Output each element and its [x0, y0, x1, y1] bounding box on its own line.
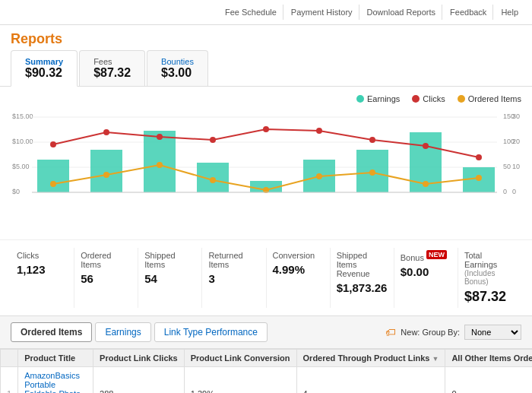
svg-point-30 — [316, 128, 322, 134]
svg-rect-18 — [144, 131, 176, 192]
stat-shipped-value: 54 — [144, 272, 195, 285]
nav-payment-history[interactable]: Payment History — [285, 5, 359, 20]
svg-point-27 — [157, 134, 163, 140]
stat-ordered-label: Ordered Items — [81, 251, 131, 269]
col-link-clicks: Product Link Clicks — [93, 350, 185, 367]
stat-ordered-value: 56 — [81, 272, 131, 285]
stat-returned-items: Returned Items 3 — [202, 248, 266, 308]
svg-text:0: 0 — [503, 188, 507, 195]
col-product-title: Product Title — [18, 350, 93, 367]
svg-text:10: 10 — [512, 163, 520, 170]
svg-point-28 — [210, 137, 216, 143]
nav-help[interactable]: Help — [495, 5, 524, 20]
chart-area: Earnings Clicks Ordered Items $15.00 $10… — [0, 87, 532, 240]
tab-fees-value: $87.32 — [93, 66, 131, 80]
tab-bounties-label: Bounties — [161, 57, 194, 66]
row-clicks: 288 — [93, 367, 185, 394]
svg-text:0: 0 — [512, 188, 516, 195]
chart-legend: Earnings Clicks Ordered Items — [11, 94, 521, 103]
content-tabs-bar: Ordered Items Earnings Link Type Perform… — [0, 316, 532, 349]
col-num — [1, 350, 18, 367]
stat-conversion-value: 4.99% — [273, 263, 324, 276]
svg-point-29 — [263, 126, 269, 132]
svg-point-33 — [476, 154, 482, 160]
stat-revenue-value: $1,873.26 — [337, 281, 388, 294]
svg-point-31 — [369, 137, 375, 143]
group-by-select[interactable]: None Tag Category — [464, 325, 521, 340]
stat-shipped-revenue: Shipped Items Revenue $1,873.26 — [331, 248, 394, 308]
top-nav: Fee Schedule Payment History Download Re… — [0, 0, 532, 25]
legend-ordered: Ordered Items — [458, 94, 521, 103]
svg-point-35 — [103, 172, 109, 178]
stat-total-sublabel: (Includes Bonus) — [464, 269, 515, 286]
svg-point-40 — [369, 170, 375, 176]
nav-fee-schedule[interactable]: Fee Schedule — [219, 5, 283, 20]
stats-row: Clicks 1,123 Ordered Items 56 Shipped It… — [0, 240, 532, 316]
stat-returned-label: Returned Items — [208, 251, 259, 269]
svg-point-25 — [50, 141, 56, 147]
tab-summary-value: $90.32 — [25, 66, 63, 80]
svg-point-34 — [50, 181, 56, 187]
chart-svg: $15.00 $10.00 $5.00 $0 150 100 50 0 30 2… — [11, 108, 521, 230]
bonus-new-badge: NEW — [426, 250, 447, 259]
tab-fees-label: Fees — [93, 57, 131, 66]
col-other-label: All Other Items Ordered — [451, 353, 532, 363]
product-link[interactable]: AmazonBasics Portable Foldable Photo Stu… — [24, 371, 82, 393]
stat-shipped-items: Shipped Items 54 — [138, 248, 202, 308]
legend-earnings-label: Earnings — [367, 94, 400, 103]
summary-tabs: Summary $90.32 Fees $87.32 Bounties $3.0… — [0, 50, 532, 87]
legend-clicks: Clicks — [412, 94, 445, 103]
col-ordered-through[interactable]: Ordered Through Product Links ▼ — [296, 350, 445, 367]
nav-download-reports[interactable]: Download Reports — [361, 5, 443, 20]
svg-text:$5.00: $5.00 — [12, 163, 30, 170]
tab-summary[interactable]: Summary $90.32 — [11, 50, 78, 87]
tab-fees[interactable]: Fees $87.32 — [79, 50, 145, 86]
svg-text:50: 50 — [503, 163, 511, 170]
svg-point-37 — [210, 177, 216, 183]
row-num: 1 — [1, 367, 18, 394]
stat-conversion: Conversion 4.99% — [267, 248, 331, 308]
tab-summary-label: Summary — [25, 57, 63, 66]
row-title: AmazonBasics Portable Foldable Photo Stu… — [18, 367, 93, 394]
tab-bounties-value: $3.00 — [161, 66, 194, 80]
table-row: 1 AmazonBasics Portable Foldable Photo S… — [1, 367, 533, 394]
svg-point-42 — [476, 175, 482, 181]
stat-clicks-label: Clicks — [17, 251, 68, 260]
stat-bonus: Bonus NEW $0.00 — [394, 248, 458, 308]
data-table: Product Title Product Link Clicks Produc… — [0, 349, 532, 393]
tab-earnings[interactable]: Earnings — [95, 322, 150, 342]
clicks-dot — [412, 95, 420, 103]
col-ordered-through-label: Ordered Through Product Links — [303, 353, 430, 363]
sort-ordered-icon: ▼ — [432, 355, 439, 363]
stat-conversion-label: Conversion — [273, 251, 324, 260]
page-title: Reports — [0, 25, 532, 50]
tab-link-type-performance[interactable]: Link Type Performance — [154, 322, 268, 342]
svg-text:30: 30 — [512, 113, 520, 120]
legend-ordered-label: Ordered Items — [468, 94, 521, 103]
svg-point-32 — [423, 143, 429, 149]
group-by-icon: 🏷 — [385, 326, 396, 338]
group-by-control: 🏷 New: Group By: None Tag Category — [385, 325, 521, 340]
legend-clicks-label: Clicks — [423, 94, 445, 103]
earnings-dot — [356, 95, 364, 103]
stat-returned-value: 3 — [208, 272, 259, 285]
ordered-dot — [458, 95, 465, 103]
row-other-items: 0 — [445, 367, 532, 394]
col-all-other-items[interactable]: All Other Items Ordered ▼ — [445, 350, 532, 367]
tab-ordered-items[interactable]: Ordered Items — [11, 322, 92, 342]
stat-total-label: Total Earnings (Includes Bonus) — [464, 251, 515, 286]
group-by-label: New: Group By: — [401, 328, 460, 337]
svg-rect-16 — [37, 160, 69, 192]
svg-text:$0: $0 — [12, 188, 20, 195]
stat-revenue-label: Shipped Items Revenue — [337, 251, 388, 278]
stat-total-value: $87.32 — [464, 289, 515, 305]
tab-bounties[interactable]: Bounties $3.00 — [147, 50, 208, 86]
stat-clicks-value: 1,123 — [17, 263, 68, 276]
legend-earnings: Earnings — [356, 94, 400, 103]
data-table-container: Product Title Product Link Clicks Produc… — [0, 349, 532, 393]
stat-shipped-label: Shipped Items — [144, 251, 195, 269]
row-ordered-through: 4 — [296, 367, 445, 394]
stat-total-earnings: Total Earnings (Includes Bonus) $87.32 — [458, 248, 521, 308]
nav-feedback[interactable]: Feedback — [444, 5, 493, 20]
svg-text:$10.00: $10.00 — [12, 138, 33, 145]
